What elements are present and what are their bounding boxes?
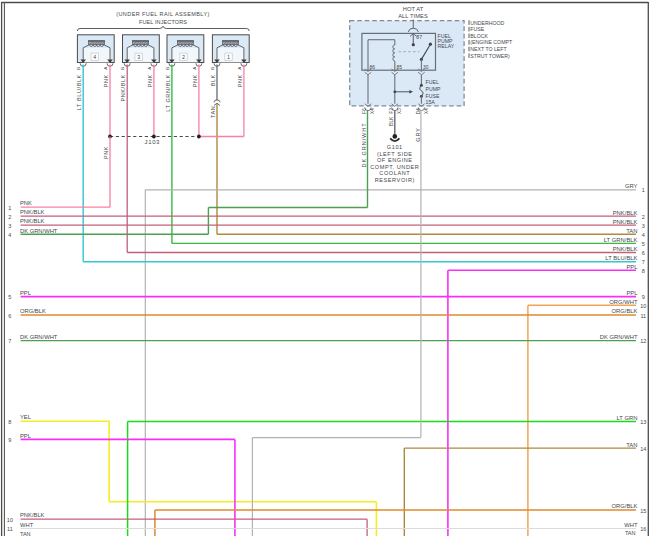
svg-text:10: 10 — [7, 517, 13, 523]
svg-text:LT GRN/BLK: LT GRN/BLK — [604, 237, 638, 243]
svg-text:PPL: PPL — [626, 264, 638, 270]
svg-text:GRY: GRY — [625, 183, 638, 189]
svg-text:14: 14 — [640, 446, 646, 452]
svg-text:G101: G101 — [387, 144, 403, 150]
svg-text:A: A — [192, 67, 197, 70]
svg-text:LT GRN/BLK: LT GRN/BLK — [165, 74, 171, 112]
svg-text:NEXT TO LEFT: NEXT TO LEFT — [470, 46, 507, 52]
svg-text:DK GRN/WHT: DK GRN/WHT — [20, 228, 58, 234]
svg-text:9: 9 — [8, 437, 11, 443]
svg-text:PUMP: PUMP — [426, 86, 442, 92]
svg-text:HOT AT: HOT AT — [403, 6, 424, 12]
svg-text:6: 6 — [642, 250, 645, 256]
svg-text:D4: D4 — [416, 108, 421, 114]
svg-text:15A: 15A — [426, 99, 436, 105]
svg-text:PNK: PNK — [20, 200, 32, 206]
svg-text:B: B — [210, 67, 215, 70]
svg-text:87: 87 — [416, 34, 422, 40]
svg-text:TAN: TAN — [20, 531, 31, 536]
svg-text:YEL: YEL — [20, 414, 32, 420]
svg-text:4: 4 — [93, 54, 96, 60]
svg-text:1: 1 — [227, 54, 230, 60]
svg-text:(LEFT SIDE: (LEFT SIDE — [377, 151, 413, 157]
svg-text:X4: X4 — [370, 108, 375, 114]
svg-text:4: 4 — [642, 232, 645, 238]
svg-text:7: 7 — [642, 259, 645, 265]
svg-text:11: 11 — [7, 526, 13, 532]
svg-text:PNK/BLK: PNK/BLK — [20, 218, 45, 224]
svg-text:DK GRN/WHT: DK GRN/WHT — [20, 334, 58, 340]
svg-text:PNK: PNK — [192, 74, 198, 87]
svg-text:LT GRN: LT GRN — [616, 415, 637, 421]
svg-text:ORG/BLK: ORG/BLK — [611, 503, 637, 509]
svg-text:RESERVOIR): RESERVOIR) — [375, 177, 415, 183]
svg-text:4: 4 — [8, 232, 11, 238]
svg-text:PNK/BLK: PNK/BLK — [613, 210, 638, 216]
svg-text:TAN: TAN — [626, 228, 637, 234]
svg-text:11: 11 — [640, 313, 646, 319]
svg-text:3: 3 — [8, 223, 11, 229]
svg-text:X3: X3 — [397, 108, 402, 114]
svg-text:ORG/BLK: ORG/BLK — [20, 308, 46, 314]
svg-text:85: 85 — [396, 64, 402, 70]
svg-text:PNK/BLK: PNK/BLK — [613, 246, 638, 252]
svg-text:13: 13 — [640, 419, 646, 425]
svg-text:UNDERHOOD: UNDERHOOD — [470, 20, 504, 26]
svg-text:3: 3 — [137, 54, 140, 60]
svg-text:PNK: PNK — [237, 74, 243, 87]
svg-text:DK GRN/WHT: DK GRN/WHT — [600, 334, 638, 340]
svg-text:A: A — [147, 67, 152, 70]
svg-text:PNK/BLK: PNK/BLK — [20, 209, 45, 215]
svg-text:9: 9 — [642, 294, 645, 300]
svg-text:1: 1 — [8, 205, 11, 211]
svg-text:PNK/BLK: PNK/BLK — [120, 74, 126, 101]
svg-text:PNK: PNK — [147, 74, 153, 87]
svg-text:BLK: BLK — [210, 74, 216, 86]
svg-text:8: 8 — [642, 268, 645, 274]
svg-text:ORG/BLK: ORG/BLK — [611, 308, 637, 314]
svg-text:3: 3 — [642, 223, 645, 229]
svg-text:WHT: WHT — [20, 522, 34, 528]
svg-text:LT BLU/BLK: LT BLU/BLK — [605, 255, 637, 261]
svg-text:2: 2 — [642, 214, 645, 220]
svg-text:TAN: TAN — [210, 106, 216, 118]
svg-text:WHT: WHT — [624, 522, 638, 528]
svg-text:ORG/WHT: ORG/WHT — [609, 299, 638, 305]
svg-text:16: 16 — [640, 526, 646, 532]
svg-text:A: A — [237, 67, 242, 70]
svg-text:FUEL: FUEL — [426, 79, 439, 85]
svg-text:PPL: PPL — [626, 290, 638, 296]
svg-text:FUSE: FUSE — [470, 26, 484, 32]
svg-text:COMPT, UNDER: COMPT, UNDER — [370, 164, 419, 170]
svg-text:RELAY: RELAY — [438, 43, 455, 49]
svg-text:TAN: TAN — [625, 530, 636, 536]
svg-text:GRY: GRY — [415, 127, 421, 141]
svg-text:PNK/BLK: PNK/BLK — [613, 219, 638, 225]
svg-text:7: 7 — [8, 338, 11, 344]
svg-text:J103: J103 — [145, 139, 160, 145]
svg-text:ALL TIMES: ALL TIMES — [398, 13, 428, 19]
svg-text:5: 5 — [642, 241, 645, 247]
svg-text:F2: F2 — [389, 108, 394, 114]
svg-text:30: 30 — [423, 64, 429, 70]
svg-text:2: 2 — [8, 214, 11, 220]
svg-text:10: 10 — [640, 303, 646, 309]
svg-text:B: B — [120, 67, 125, 70]
svg-text:B: B — [76, 67, 81, 70]
svg-text:2: 2 — [182, 54, 185, 60]
svg-text:PNK: PNK — [103, 74, 109, 87]
svg-text:FUEL INJECTORS: FUEL INJECTORS — [139, 19, 187, 25]
svg-text:F6: F6 — [362, 108, 367, 114]
svg-text:1: 1 — [642, 187, 645, 193]
svg-text:12: 12 — [640, 338, 646, 344]
svg-text:A: A — [103, 67, 108, 70]
svg-text:BLOCK: BLOCK — [470, 33, 488, 39]
svg-text:15: 15 — [640, 508, 646, 514]
svg-text:DK GRN/WHT: DK GRN/WHT — [361, 123, 367, 168]
svg-text:TAN: TAN — [626, 442, 637, 448]
svg-text:LT BLU/BLK: LT BLU/BLK — [76, 74, 82, 110]
svg-text:PPL: PPL — [20, 290, 32, 296]
svg-text:PNK: PNK — [103, 146, 109, 159]
svg-text:STRUT TOWER): STRUT TOWER) — [470, 53, 510, 59]
svg-text:PNK/BLK: PNK/BLK — [20, 512, 45, 518]
